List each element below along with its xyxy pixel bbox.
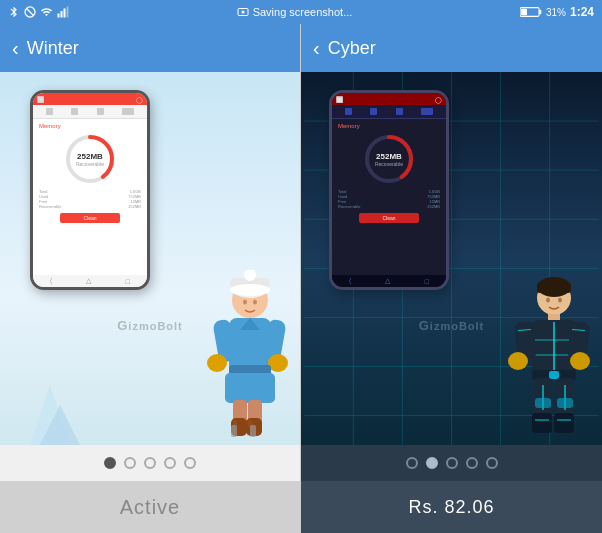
- status-right: 31% 1:24: [520, 5, 594, 19]
- svg-point-55: [546, 298, 550, 303]
- svg-rect-77: [554, 413, 574, 433]
- cyber-memory-amount: 252MB: [375, 152, 403, 161]
- cyber-phone-statusbar: ⬜◯: [332, 93, 446, 105]
- wifi-icon: [40, 6, 53, 18]
- winter-phone-statusbar: ⬜◯: [33, 93, 147, 105]
- winter-stats: TotalUsedFreeRecoverable 1.0GB752MB15MB2…: [37, 189, 143, 209]
- winter-title: Winter: [27, 38, 79, 59]
- svg-point-7: [241, 11, 244, 14]
- svg-rect-3: [61, 11, 63, 18]
- winter-dot-5[interactable]: [184, 457, 196, 469]
- winter-memory-label: Memory: [39, 123, 61, 129]
- svg-rect-4: [64, 9, 66, 18]
- status-bar: Saving screenshot... 31% 1:24: [0, 0, 602, 24]
- winter-character: [195, 270, 290, 445]
- svg-point-66: [508, 352, 528, 370]
- cyber-phone-mockup: ⬜◯ Memory: [329, 90, 449, 290]
- winter-dot-1[interactable]: [104, 457, 116, 469]
- svg-point-67: [570, 352, 590, 370]
- cyber-dot-5[interactable]: [486, 457, 498, 469]
- winter-dot-3[interactable]: [144, 457, 156, 469]
- winter-header: ‹ Winter: [0, 24, 300, 72]
- winter-phone-screen: ⬜◯ Memory: [33, 93, 147, 287]
- cyber-phone-screen: ⬜◯ Memory: [332, 93, 446, 287]
- saving-text: Saving screenshot...: [253, 6, 353, 18]
- winter-back-button[interactable]: ‹: [12, 37, 19, 60]
- winter-panel: ‹ Winter ⬜◯: [0, 24, 301, 533]
- cyber-title: Cyber: [328, 38, 376, 59]
- svg-line-1: [27, 9, 34, 16]
- cyber-phone-nav: 〈 △ □: [332, 275, 446, 287]
- time-text: 1:24: [570, 5, 594, 19]
- cyber-phone-toolbar: [332, 105, 446, 119]
- winter-pagination: [0, 445, 300, 481]
- svg-point-18: [230, 284, 270, 296]
- svg-rect-76: [532, 413, 552, 433]
- watermark-winter: GizmoBolt: [117, 318, 183, 333]
- cyber-action-label: Rs. 82.06: [408, 497, 494, 518]
- main-container: ‹ Winter ⬜◯: [0, 24, 602, 533]
- battery-icon: [520, 6, 542, 18]
- winter-phone-toolbar: [33, 105, 147, 119]
- cyber-phone-content: Memory 252MB Recoverable: [332, 119, 446, 275]
- svg-point-20: [243, 300, 247, 305]
- bluetooth-icon: [8, 6, 20, 18]
- cyber-character: [499, 270, 594, 445]
- cyber-back-button[interactable]: ‹: [313, 37, 320, 60]
- winter-action-label: Active: [120, 496, 180, 519]
- svg-point-21: [253, 300, 257, 305]
- winter-clean-button[interactable]: Clean: [60, 213, 120, 223]
- cyber-preview: ⬜◯ Memory: [301, 72, 602, 445]
- screenshot-icon: [237, 6, 249, 18]
- svg-rect-74: [535, 398, 551, 408]
- svg-rect-37: [250, 425, 256, 437]
- iceberg-decoration: [10, 365, 90, 445]
- cyber-pagination: [301, 445, 602, 481]
- status-center-text: Saving screenshot...: [237, 6, 353, 18]
- cyber-dot-3[interactable]: [446, 457, 458, 469]
- svg-point-56: [558, 298, 562, 303]
- winter-memory-amount: 252MB: [76, 152, 104, 161]
- cyber-clean-button[interactable]: Clean: [359, 213, 419, 223]
- svg-rect-9: [539, 10, 541, 14]
- cyber-action-button[interactable]: Rs. 82.06: [301, 481, 602, 533]
- svg-rect-5: [67, 7, 69, 18]
- svg-rect-10: [521, 9, 527, 16]
- svg-rect-54: [537, 283, 571, 293]
- cyber-dot-1[interactable]: [406, 457, 418, 469]
- winter-phone-nav: 〈 △ □: [33, 275, 147, 287]
- signal-icon: [57, 6, 69, 18]
- winter-gauge: 252MB Recoverable: [64, 133, 116, 185]
- winter-preview: ⬜◯ Memory: [0, 72, 300, 445]
- cyber-panel: ‹ Cyber: [301, 24, 602, 533]
- winter-phone-content: Memory 252MB Recoverable: [33, 119, 147, 275]
- svg-rect-29: [225, 373, 275, 403]
- cyber-header: ‹ Cyber: [301, 24, 602, 72]
- cyber-gauge: 252MB Recoverable: [363, 133, 415, 185]
- watermark-cyber: GizmoBolt: [419, 318, 485, 333]
- status-left-icons: [8, 6, 69, 18]
- svg-rect-69: [549, 371, 559, 379]
- svg-rect-36: [231, 425, 237, 437]
- cyber-memory-label: Memory: [338, 123, 360, 129]
- winter-dot-2[interactable]: [124, 457, 136, 469]
- cyber-dot-2[interactable]: [426, 457, 438, 469]
- winter-dot-4[interactable]: [164, 457, 176, 469]
- winter-action-button[interactable]: Active: [0, 481, 300, 533]
- battery-text: 31%: [546, 7, 566, 18]
- notification-off-icon: [24, 6, 36, 18]
- cyber-memory-sublabel: Recoverable: [375, 161, 403, 167]
- svg-point-26: [207, 354, 227, 372]
- winter-phone-mockup: ⬜◯ Memory: [30, 90, 150, 290]
- svg-rect-75: [557, 398, 573, 408]
- winter-memory-sublabel: Recoverable: [76, 161, 104, 167]
- cyber-stats: TotalUsedFreeRecoverable 1.0GB752MB15MB2…: [336, 189, 442, 209]
- svg-rect-2: [58, 14, 60, 18]
- cyber-dot-4[interactable]: [466, 457, 478, 469]
